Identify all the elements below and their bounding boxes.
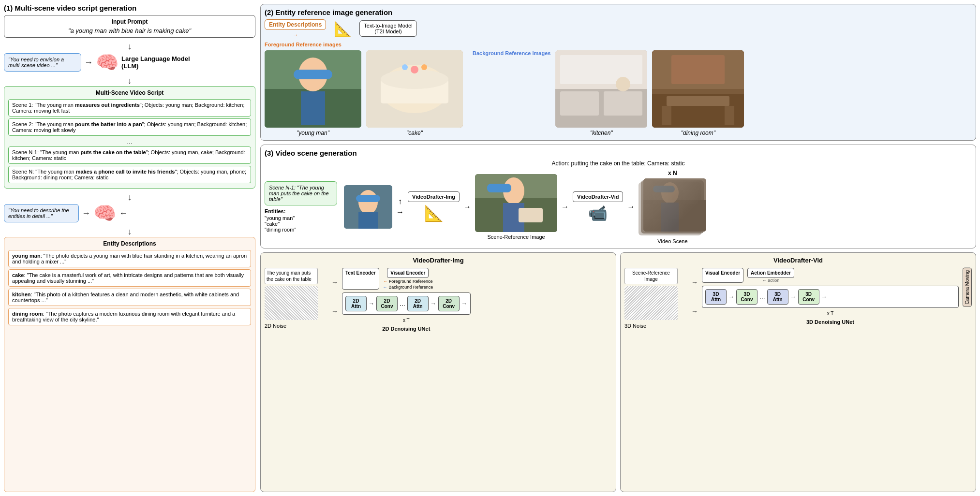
svg-rect-16 (560, 91, 599, 116)
query-box-2: "You need to describe the entities in de… (4, 204, 79, 222)
arrow-right-1: → (84, 58, 93, 68)
small-baking-img (344, 185, 392, 229)
query-box-1: "You need to envision a multi-scene vide… (4, 53, 81, 72)
entity-desc-badge: Entity Descriptions (265, 19, 326, 30)
multi-scene-box: Multi-Scene Video Script Scene 1: "The y… (4, 86, 255, 189)
bg-label: Background Reference images (473, 50, 550, 56)
scene-ref-label: Scene-Reference Image (487, 234, 545, 240)
scene-item-n1: Scene N-1: "The young man puts the cake … (8, 146, 251, 164)
query-llm-section-2: "You need to describe the entities in de… (4, 203, 255, 224)
bg-ref-label: ← Background Reference (383, 285, 433, 290)
ref-image-kitchen: "kitchen" (555, 50, 647, 136)
img-youngman-label: "young man" (297, 130, 329, 136)
brain-icon-2: 🧠 (93, 203, 116, 224)
arrow-in-noise-3d: → (691, 307, 698, 315)
entity-item-youngman: young man: "The photo depicts a young ma… (8, 250, 251, 267)
encoders-row-2d: Text Encoder Visual Encoder ← Foreground… (342, 268, 471, 290)
scene-item-1: Scene 1: "The young man measures out ing… (8, 99, 251, 117)
svg-rect-21 (671, 55, 725, 84)
entity-item-kitchen: kitchen: "This photo of a kitchen featur… (8, 289, 251, 306)
videodrafter-vid-unet: VideoDrafter-Vid Scene-Reference Image 3… (620, 252, 976, 492)
arrow-left-2: ← (119, 208, 128, 219)
3d-conv-2: 3DConv (798, 289, 819, 305)
video-scene-group: x N (638, 170, 706, 244)
arrow-in-noise: → (331, 307, 338, 315)
3d-noise-img (624, 286, 678, 320)
video-gen-row: Scene N-1: "The young man puts the cake … (265, 170, 972, 244)
arrow-in-text: → (331, 278, 338, 286)
arrow-down-4: ↓ (4, 227, 255, 237)
3d-attn-1: 3DAttn (705, 289, 727, 305)
3d-conv-1: 3DConv (736, 289, 757, 305)
visual-encoder-3d: Visual Encoder (702, 268, 743, 283)
encoders-row-3d: Visual Encoder Action Embedder ← action (702, 268, 959, 283)
entity-item-cake: cake: "The cake is a masterful work of a… (8, 269, 251, 287)
unet-vid-title: VideoDrafter-Vid (624, 257, 972, 264)
dots-3d: ... (759, 293, 765, 301)
t2i-box: Text-to-Image Model (T2I Model) (359, 20, 416, 37)
svg-point-10 (421, 64, 427, 70)
entity-item-dining: dining room: "The photo captures a moder… (8, 308, 251, 325)
arrow-down-2: ↓ (4, 76, 255, 86)
arrow-right-2: → (82, 208, 90, 219)
video-frames (638, 178, 706, 236)
unet-img-title: VideoDrafter-Img (265, 257, 612, 264)
fg-arrow: ← (383, 279, 389, 284)
section1-title: (1) Multi-scene video script generation (4, 4, 255, 12)
svg-rect-17 (604, 91, 642, 116)
svg-rect-28 (358, 212, 378, 229)
3d-attn-2: 3DAttn (767, 289, 788, 305)
scene-input-box: Scene N-1: "The young man puts the cake … (265, 181, 337, 205)
scene-ref-image-group: Scene-Reference Image (475, 174, 557, 240)
arrow-3d-1: → (728, 293, 734, 300)
text-input-label: The young man puts the cake on the table (265, 268, 318, 284)
ref-image-youngman: "young man" (265, 50, 361, 136)
bg-arrow: ← (383, 285, 389, 290)
xT-label-2d: x T (342, 318, 471, 323)
arrow-down-3: ↓ (4, 192, 255, 203)
unet-blocks-2d-row: 2DAttn → 2DConv ... 2DAttn → 2DConv → (342, 292, 471, 315)
bg-ref-text: Background Reference (388, 285, 433, 290)
arrow-right-5: → (627, 203, 635, 211)
2d-attn-1: 2DAttn (345, 296, 367, 311)
entity-list-item-1: "young man" (265, 215, 296, 221)
llm-sub-1: (LLM) (121, 62, 190, 70)
small-baking-img-container (344, 185, 392, 229)
arrow-right-4: → (561, 203, 569, 211)
unet-blocks-3d: Visual Encoder Action Embedder ← action (702, 268, 959, 325)
visual-encoder-group: Visual Encoder ← Foreground Reference ← … (383, 268, 433, 290)
2d-noise-label: 2D Noise (265, 323, 286, 329)
svg-rect-4 (294, 70, 332, 79)
svg-point-11 (402, 64, 408, 70)
unet-blocks-3d-row: 3DAttn → 3DConv ... 3DAttn → 3DConv → (702, 286, 959, 308)
arrow-3d-2: → (790, 293, 796, 300)
action-embedder-box: Action Embedder (747, 268, 794, 278)
query-llm-section-1: "You need to envision a multi-scene vide… (4, 52, 255, 73)
input-prompt-text: "a young man with blue hair is making ca… (9, 27, 250, 34)
ref-image-cake: "cake" (366, 50, 463, 136)
xT-label-3d: x T (702, 311, 959, 316)
svg-rect-35 (519, 208, 543, 222)
img-cake (366, 50, 463, 128)
easel-icon: 📐 (424, 204, 444, 222)
video-frame-front (638, 182, 701, 235)
scene-item-2: Scene 2: "The young man pours the batter… (8, 118, 251, 136)
img-dining (652, 50, 744, 128)
svg-rect-3 (301, 91, 325, 125)
arrow-right-3: → (463, 203, 471, 211)
scene-item-n: Scene N: "The young man makes a phone ca… (8, 166, 251, 183)
action-embedder-group: Action Embedder ← action (747, 268, 794, 283)
fg-ref-text: Foreground Reference (389, 279, 433, 284)
img-kitchen-label: "kitchen" (590, 130, 613, 136)
arrow-to-t2i: → (293, 32, 298, 38)
svg-point-18 (616, 77, 630, 91)
img-dining-label: "dining room" (681, 130, 715, 136)
unet-label-3d: 3D Denoising UNet (702, 319, 959, 325)
fg-label: Foreground Reference images (265, 42, 342, 47)
svg-rect-29 (356, 195, 380, 202)
3d-noise-label: 3D Noise (624, 323, 646, 329)
fg-ref-label: ← Foreground Reference (383, 279, 432, 284)
t2i-icon: 📐 (334, 20, 352, 37)
video-scene-title: (3) Video scene generation (265, 149, 972, 157)
xN-label: x N (668, 170, 677, 176)
